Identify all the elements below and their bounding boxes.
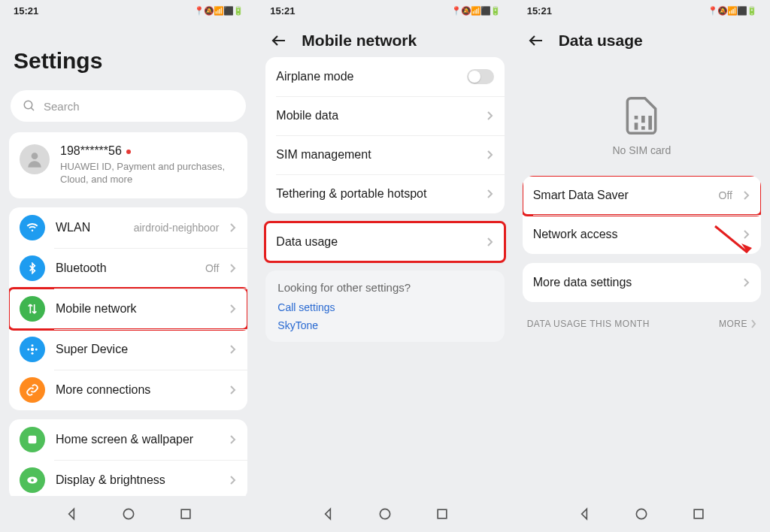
bluetooth-row[interactable]: Bluetooth Off <box>9 248 247 289</box>
search-input[interactable]: Search <box>11 90 246 122</box>
status-icons: 📍🔕📶⬛🔋 <box>451 6 500 16</box>
svg-line-1 <box>31 107 34 110</box>
super-device-icon <box>20 337 45 362</box>
home-screen-row[interactable]: Home screen & wallpaper <box>9 419 247 460</box>
avatar-icon <box>20 144 50 174</box>
status-time: 15:21 <box>527 5 552 17</box>
nav-back-icon[interactable] <box>64 506 79 521</box>
mobile-data-row[interactable]: Mobile data <box>265 96 504 135</box>
skytone-link[interactable]: SkyTone <box>277 319 492 331</box>
bluetooth-icon <box>20 255 45 281</box>
svg-rect-17 <box>635 122 638 129</box>
notification-dot <box>126 150 131 154</box>
svg-rect-13 <box>181 509 190 518</box>
chevron-right-icon <box>487 189 494 199</box>
screen-data-usage: 15:21 📍🔕📶⬛🔋 Data usage No SIM card Smart… <box>514 0 770 532</box>
eye-icon <box>20 467 45 493</box>
chevron-right-icon <box>487 110 494 121</box>
back-button[interactable] <box>270 32 288 50</box>
nav-recent-icon[interactable] <box>178 506 193 521</box>
nav-home-icon[interactable] <box>634 506 649 521</box>
status-bar: 15:21 📍🔕📶⬛🔋 <box>0 0 256 21</box>
nav-bar <box>256 496 513 532</box>
svg-rect-19 <box>641 126 645 130</box>
chevron-right-icon <box>743 229 750 240</box>
status-icons: 📍🔕📶⬛🔋 <box>708 6 756 16</box>
nav-back-icon[interactable] <box>320 506 335 521</box>
svg-point-23 <box>637 509 647 518</box>
wifi-icon <box>20 215 45 240</box>
tethering-row[interactable]: Tethering & portable hotspot <box>265 174 504 213</box>
nav-recent-icon[interactable] <box>435 506 450 521</box>
looking-for-card: Looking for other settings? Call setting… <box>265 271 504 342</box>
svg-point-4 <box>31 348 35 352</box>
svg-point-7 <box>32 344 34 346</box>
chevron-right-icon <box>743 277 750 288</box>
screen-settings: 15:21 📍🔕📶⬛🔋 Settings Search 198******56 … <box>0 0 256 532</box>
status-bar: 15:21 📍🔕📶⬛🔋 <box>256 0 513 21</box>
account-sub: HUAWEI ID, Payment and purchases, Cloud,… <box>60 161 237 186</box>
svg-point-6 <box>35 348 38 350</box>
svg-rect-16 <box>635 116 638 119</box>
chevron-right-icon <box>743 190 750 201</box>
wlan-row[interactable]: WLAN airdroid-neighboor <box>9 207 247 248</box>
wallpaper-icon <box>20 427 45 452</box>
nav-bar <box>0 496 256 532</box>
chevron-right-icon <box>229 344 237 355</box>
nav-bar <box>514 496 770 532</box>
no-sim-block: No SIM card <box>523 57 761 176</box>
svg-rect-9 <box>29 435 37 443</box>
network-access-row[interactable]: Network access <box>523 215 761 254</box>
svg-point-3 <box>32 229 33 231</box>
svg-point-14 <box>380 509 390 518</box>
status-time: 15:21 <box>14 5 38 17</box>
airplane-mode-row[interactable]: Airplane mode <box>265 57 504 96</box>
display-brightness-row[interactable]: Display & brightness <box>9 460 247 496</box>
account-row[interactable]: 198******56 HUAWEI ID, Payment and purch… <box>9 132 247 198</box>
svg-rect-15 <box>438 509 447 518</box>
link-icon <box>20 377 45 403</box>
chevron-right-icon <box>229 304 237 314</box>
page-title: Settings <box>0 21 256 86</box>
chevron-right-icon <box>229 434 237 445</box>
chevron-right-icon <box>487 150 494 160</box>
svg-rect-18 <box>641 116 645 122</box>
chevron-right-icon <box>750 319 756 329</box>
svg-point-12 <box>123 509 133 518</box>
data-usage-row[interactable]: Data usage <box>265 222 504 261</box>
sim-card-icon <box>623 95 659 137</box>
mobile-network-row[interactable]: Mobile network <box>9 289 247 329</box>
search-icon <box>23 99 36 113</box>
search-placeholder: Search <box>44 100 80 113</box>
nav-recent-icon[interactable] <box>691 506 706 521</box>
svg-point-5 <box>27 348 29 350</box>
more-data-settings-row[interactable]: More data settings <box>523 263 761 302</box>
svg-point-11 <box>31 479 34 482</box>
sim-management-row[interactable]: SIM management <box>265 135 504 174</box>
super-device-row[interactable]: Super Device <box>9 329 247 370</box>
nav-home-icon[interactable] <box>121 506 136 521</box>
chevron-right-icon <box>229 475 237 485</box>
chevron-right-icon <box>229 263 237 274</box>
account-name: 198******56 <box>60 144 122 157</box>
smart-data-saver-row[interactable]: Smart Data Saver Off <box>523 176 761 215</box>
svg-point-2 <box>32 153 38 159</box>
call-settings-link[interactable]: Call settings <box>277 301 492 313</box>
status-bar: 15:21 📍🔕📶⬛🔋 <box>514 0 770 21</box>
chevron-right-icon <box>487 237 494 247</box>
airplane-toggle[interactable] <box>467 69 494 84</box>
nav-home-icon[interactable] <box>377 506 393 521</box>
more-link[interactable]: MORE <box>719 319 756 329</box>
back-button[interactable] <box>527 32 545 50</box>
nav-back-icon[interactable] <box>577 506 592 521</box>
screen-mobile-network: 15:21 📍🔕📶⬛🔋 Mobile network Airplane mode… <box>256 0 513 532</box>
more-connections-row[interactable]: More connections <box>9 370 247 410</box>
section-label: DATA USAGE THIS MONTH <box>527 319 650 329</box>
status-icons: 📍🔕📶⬛🔋 <box>194 6 243 16</box>
chevron-right-icon <box>229 385 237 395</box>
page-title: Mobile network <box>302 32 417 50</box>
mobile-network-icon <box>20 296 45 322</box>
svg-point-0 <box>24 101 32 109</box>
svg-point-8 <box>32 352 34 355</box>
status-time: 15:21 <box>270 5 295 17</box>
